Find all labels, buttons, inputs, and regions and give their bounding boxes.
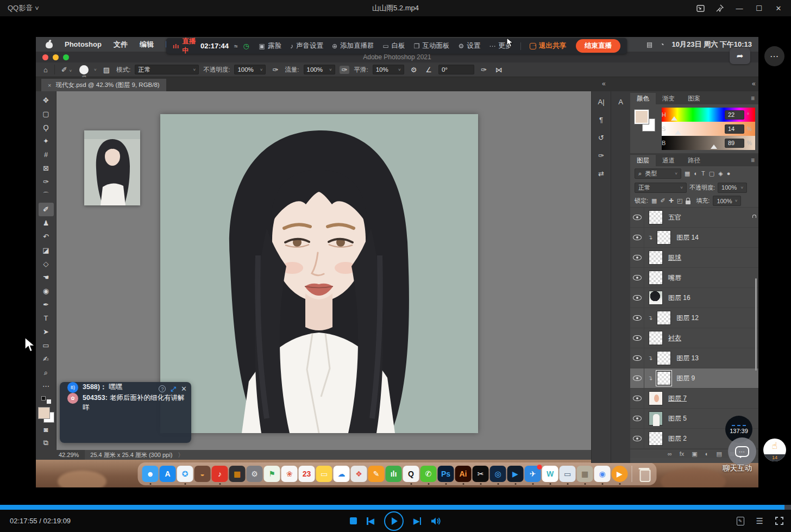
maximize-traffic-light[interactable] [63,54,69,60]
close-button[interactable]: ✕ [771,2,786,14]
ps-tool[interactable]: ✑ [39,175,54,189]
panel-tab[interactable]: 路径 [681,155,707,166]
screen-mode-icon[interactable]: ⧉ [39,436,54,450]
collapse-panels-icon[interactable]: « [602,80,606,87]
ps-tool[interactable]: ◇ [39,257,54,271]
symmetry-icon[interactable]: ⋈ [493,66,505,74]
dock-icon[interactable]: ▶ [507,466,524,482]
panel-menu-icon[interactable]: ≡ [751,157,754,164]
visibility-toggle[interactable] [630,389,644,408]
layer-row[interactable]: ↴ 五官 [630,208,758,228]
collapsed-panel-icon[interactable]: A [618,98,623,106]
brush-panel-toggle-icon[interactable]: ▨ [101,66,112,74]
layer-thumbnail[interactable] [649,331,663,345]
panel-tab[interactable]: 图层 [630,155,656,166]
layer-name[interactable]: 图层 16 [668,293,690,303]
pressure-size-icon[interactable]: ✑ [479,66,489,74]
ps-tool[interactable]: ▭ [39,339,54,352]
layer-filter-icon[interactable]: ● [727,170,731,177]
visibility-toggle[interactable] [630,268,644,287]
menu-item[interactable]: 文件 [114,40,128,49]
playlist-settings-button[interactable]: ☰ [756,516,763,526]
stop-button[interactable] [350,517,357,524]
color-swatch-pair[interactable] [635,110,658,134]
dock-icon[interactable]: ❀ [281,466,298,482]
layer-row[interactable]: ↴ 眼球 [630,248,758,268]
fullscreen-button[interactable] [775,517,783,525]
stream-toolbar-item[interactable]: ▭ 白板 [382,41,405,51]
layer-thumbnail[interactable] [649,431,663,446]
apple-menu-icon[interactable] [46,40,53,48]
layer-name[interactable]: 眼球 [668,253,681,262]
stream-toolbar-item[interactable]: ♪ 声音设置 [290,41,323,51]
dock-icon[interactable]: ☻ [142,466,159,482]
layer-name[interactable]: 图层 2 [668,434,687,443]
dock-icon[interactable]: ılı [386,466,402,482]
dock-icon[interactable]: ⚙ [247,466,263,482]
visibility-toggle[interactable] [630,288,644,308]
ps-tool[interactable]: ⌕ [39,366,54,379]
layers-scrollbar[interactable] [755,278,757,371]
collapsed-panel-icon[interactable]: ¶ [599,116,603,124]
layer-name[interactable]: 图层 7 [668,394,687,403]
panel-tab[interactable]: 渐变 [656,93,681,104]
slider-thumb[interactable] [671,116,677,121]
stream-toolbar-item[interactable]: ▣ 露脸 [259,41,281,51]
layers-action-icon[interactable]: fx [680,450,685,457]
layer-thumbnail[interactable] [649,251,663,265]
chat-toggle-button[interactable]: ⋯ [728,437,756,466]
opacity-select[interactable]: 100%˅ [234,65,266,74]
layer-row[interactable]: ↴ 图层 13 [630,348,758,368]
dock-icon[interactable]: Q [403,466,419,482]
dock-icon[interactable]: A [160,466,176,482]
layer-opacity-select[interactable]: 100%˅ [718,183,747,193]
dock-icon[interactable]: ▭ [316,466,332,482]
lock-option-icon[interactable]: ✚ [669,197,674,204]
layer-thumbnail[interactable] [657,311,671,325]
collapsed-panel-icon[interactable]: ✑ [598,152,604,160]
home-icon[interactable]: ⌂ [41,66,50,74]
layer-thumbnail[interactable] [649,391,663,405]
blend-mode-select[interactable]: 正常˅ [135,65,199,74]
popout-overlay-button[interactable]: ➦ [730,48,750,64]
layer-row[interactable]: ↴ 图层 14 [630,228,758,248]
pressure-opacity-icon[interactable]: ✑ [270,66,280,74]
minimize-button[interactable]: — [732,2,746,14]
panel-tab[interactable]: 图案 [681,93,707,104]
ps-tool[interactable]: T [39,311,54,325]
layer-thumbnail[interactable] [649,291,663,305]
mini-mode-button[interactable] [693,2,707,14]
ps-tool[interactable]: ➤ [39,325,54,339]
ps-tool[interactable]: ◪ [39,243,54,257]
next-button[interactable]: ▶ [413,516,421,526]
ps-tool[interactable]: ☚ [39,271,54,284]
collapsed-panel-icon[interactable]: ⇄ [598,170,604,178]
layers-action-icon[interactable]: ∞ [668,450,672,457]
dock-icon[interactable]: ▶ [612,466,628,482]
quick-mask-icon[interactable]: ◙ [39,423,54,436]
ps-tool[interactable]: ✦ [39,134,54,148]
dock-icon[interactable]: W [542,466,558,482]
dock-icon[interactable]: ♪ [212,466,228,482]
layer-row[interactable]: ↴ 图层 7 [630,389,758,409]
layer-thumbnail[interactable] [649,210,663,224]
dock-icon[interactable]: ◉ [594,466,611,482]
dock-icon[interactable]: Ai [455,466,472,482]
lock-all-icon[interactable] [686,201,690,204]
ps-tool[interactable]: ⊠ [39,161,54,175]
ps-tool[interactable]: ◉ [39,284,54,298]
airbrush-toggle-icon[interactable]: ✑ [340,66,350,74]
layer-name[interactable]: 衬衣 [668,334,681,343]
visibility-toggle[interactable] [630,409,644,428]
ps-tool[interactable]: ↶ [39,230,54,243]
layer-name[interactable]: 图层 14 [676,233,699,242]
dock-icon[interactable]: 23 [299,466,315,482]
lock-option-icon[interactable]: ✐ [660,197,665,204]
menubar-status-icon[interactable]: ◔ [660,41,664,48]
layers-action-icon[interactable]: ▤ [716,450,721,458]
slider-track[interactable] [670,112,722,117]
seek-bar[interactable] [0,505,791,510]
blend-mode-select[interactable]: 正常˅ [635,183,687,193]
slider-value-field[interactable]: 14 [725,124,744,134]
layer-filter-icon[interactable]: T [701,170,705,177]
